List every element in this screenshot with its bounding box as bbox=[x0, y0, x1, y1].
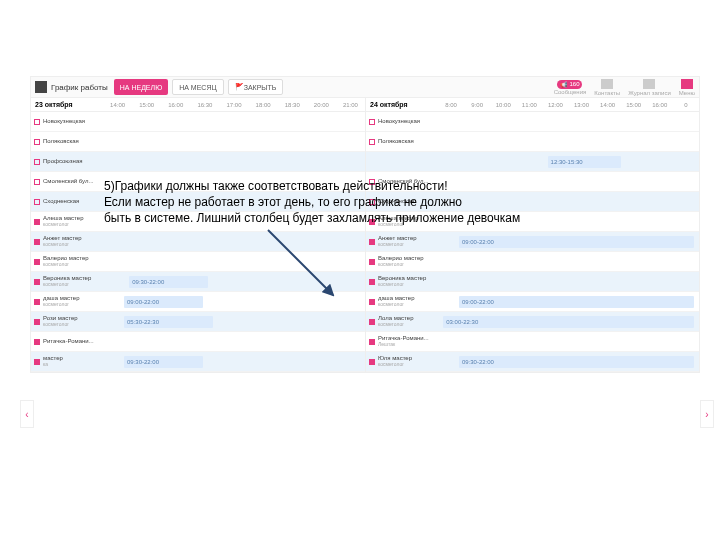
shift-bar[interactable]: 09:30-22:00 bbox=[129, 276, 208, 288]
shift-bar[interactable]: 09:00-22:00 bbox=[124, 296, 203, 308]
prev-button[interactable]: ‹ bbox=[20, 400, 34, 428]
time-lane[interactable] bbox=[438, 132, 699, 151]
shift-bar[interactable]: 09:30-22:00 bbox=[459, 356, 694, 368]
row-name: Смоленский бул... bbox=[43, 178, 103, 185]
schedule-row[interactable]: Новокузнецкая bbox=[366, 112, 699, 132]
date-label: 24 октября bbox=[366, 101, 438, 108]
schedule-row[interactable]: Вероника мастеркосметолог bbox=[366, 272, 699, 292]
time-lane[interactable]: 09:00-22:00 bbox=[438, 232, 699, 251]
shift-bar[interactable]: 03:00-22:30 bbox=[443, 316, 694, 328]
row-name: Вероника мастеркосметолог bbox=[43, 275, 103, 287]
day-column: 24 октября8:009:0010:0011:0012:0013:0014… bbox=[365, 98, 699, 372]
schedule-row[interactable]: Анжет мастеркосметолог09:00-22:00 bbox=[366, 232, 699, 252]
time-label: 16:30 bbox=[190, 102, 219, 108]
date-label: 23 октября bbox=[31, 101, 103, 108]
schedule-row[interactable]: Рози мастеркосметолог05:30-22:30 bbox=[31, 312, 365, 332]
time-lane[interactable] bbox=[103, 332, 365, 351]
row-name: Поляковская bbox=[43, 138, 103, 145]
next-button[interactable]: › bbox=[700, 400, 714, 428]
schedule-row[interactable]: даша мастеркосметолог09:00-22:00 bbox=[366, 292, 699, 312]
time-label: 12:00 bbox=[542, 102, 568, 108]
time-label: 18:30 bbox=[278, 102, 307, 108]
row-name: Валерио мастеркосметолог bbox=[378, 255, 438, 267]
status-dot-icon bbox=[34, 239, 40, 245]
time-lane[interactable] bbox=[438, 332, 699, 351]
schedule-row[interactable]: мастерка09:30-22:00 bbox=[31, 352, 365, 372]
row-name: Лола мастеркосметолог bbox=[378, 315, 438, 327]
time-label: 0 bbox=[673, 102, 699, 108]
schedule-row[interactable]: Лола мастеркосметолог03:00-22:30 bbox=[366, 312, 699, 332]
time-lane[interactable] bbox=[103, 152, 365, 171]
row-name: Вероника мастеркосметолог bbox=[378, 275, 438, 287]
row-name: Поляковская bbox=[378, 138, 438, 145]
period-month-button[interactable]: НА МЕСЯЦ bbox=[172, 79, 223, 95]
journal-button[interactable]: Журнал записи bbox=[628, 79, 671, 96]
time-lane[interactable]: 09:00-22:00 bbox=[438, 292, 699, 311]
status-dot-icon bbox=[34, 319, 40, 325]
row-name: Новокузнецкая bbox=[378, 118, 438, 125]
time-lane[interactable]: 09:30-22:00 bbox=[438, 352, 699, 371]
time-lane[interactable] bbox=[103, 112, 365, 131]
header-actions: 160Сообщения Контакты Журнал записи Меню bbox=[554, 79, 695, 96]
status-dot-icon bbox=[34, 199, 40, 205]
schedule-row[interactable]: Ритачка-Романи...Лештак bbox=[366, 332, 699, 352]
menu-button[interactable]: Меню bbox=[679, 79, 695, 96]
row-name: Анжет мастеркосметолог bbox=[378, 235, 438, 247]
row-name: Ритачка-Романи... bbox=[43, 338, 103, 345]
period-week-button[interactable]: НА НЕДЕЛЮ bbox=[114, 79, 168, 95]
status-dot-icon bbox=[369, 339, 375, 345]
status-dot-icon bbox=[34, 139, 40, 145]
time-lane[interactable]: 12:30-15:30 bbox=[438, 152, 699, 171]
shift-bar[interactable]: 09:30-22:00 bbox=[124, 356, 203, 368]
row-name: Анжет мастеркосметолог bbox=[43, 235, 103, 247]
time-lane[interactable]: 03:00-22:30 bbox=[438, 312, 699, 331]
schedule-row[interactable]: Ритачка-Романи... bbox=[31, 332, 365, 352]
time-label: 17:00 bbox=[219, 102, 248, 108]
row-name: Алеша мастеркосметолог bbox=[43, 215, 103, 227]
schedule-row[interactable]: Поляковская bbox=[31, 132, 365, 152]
contacts-button[interactable]: Контакты bbox=[594, 79, 620, 96]
status-dot-icon bbox=[34, 339, 40, 345]
time-lane[interactable]: 09:30-22:00 bbox=[103, 352, 365, 371]
close-button[interactable]: 🚩 ЗАКРЫТЬ bbox=[228, 79, 284, 95]
calendar-icon bbox=[35, 81, 47, 93]
time-lane[interactable] bbox=[438, 272, 699, 291]
status-dot-icon bbox=[34, 119, 40, 125]
time-label: 15:00 bbox=[132, 102, 161, 108]
shift-bar[interactable]: 09:00-22:00 bbox=[459, 296, 694, 308]
status-dot-icon bbox=[369, 359, 375, 365]
status-dot-icon bbox=[34, 359, 40, 365]
time-label: 21:00 bbox=[336, 102, 365, 108]
status-dot-icon bbox=[369, 119, 375, 125]
schedule-row[interactable]: Профсоюзная bbox=[31, 152, 365, 172]
time-lane[interactable] bbox=[438, 252, 699, 271]
row-name: мастерка bbox=[43, 355, 103, 367]
schedule-row[interactable]: Новокузнецкая bbox=[31, 112, 365, 132]
status-dot-icon bbox=[369, 299, 375, 305]
row-name: даша мастеркосметолог bbox=[378, 295, 438, 307]
status-dot-icon bbox=[369, 279, 375, 285]
time-label: 20:00 bbox=[307, 102, 336, 108]
time-label: 16:00 bbox=[647, 102, 673, 108]
schedule-row[interactable]: Юля мастеркосметолог09:30-22:00 bbox=[366, 352, 699, 372]
svg-line-0 bbox=[268, 230, 333, 295]
status-dot-icon bbox=[34, 159, 40, 165]
row-name: Профсоюзная bbox=[43, 158, 103, 165]
page-title: График работы bbox=[51, 83, 108, 92]
schedule-row[interactable]: Поляковская bbox=[366, 132, 699, 152]
schedule-row[interactable]: 12:30-15:30 bbox=[366, 152, 699, 172]
time-lane[interactable] bbox=[103, 132, 365, 151]
shift-bar[interactable]: 09:00-22:00 bbox=[459, 236, 694, 248]
shift-bar[interactable]: 12:30-15:30 bbox=[548, 156, 621, 168]
time-lane[interactable] bbox=[438, 112, 699, 131]
time-label: 18:00 bbox=[249, 102, 278, 108]
status-dot-icon bbox=[34, 179, 40, 185]
shift-bar[interactable]: 05:30-22:30 bbox=[124, 316, 213, 328]
status-dot-icon bbox=[34, 259, 40, 265]
annotation-text: 5)Графики должны также соответствовать д… bbox=[104, 178, 684, 227]
row-name: Сходненская bbox=[43, 198, 103, 205]
schedule-row[interactable]: Валерио мастеркосметолог bbox=[366, 252, 699, 272]
row-name: Валерио мастеркосметолог bbox=[43, 255, 103, 267]
messages-button[interactable]: 160Сообщения bbox=[554, 80, 587, 95]
time-label: 14:00 bbox=[103, 102, 132, 108]
